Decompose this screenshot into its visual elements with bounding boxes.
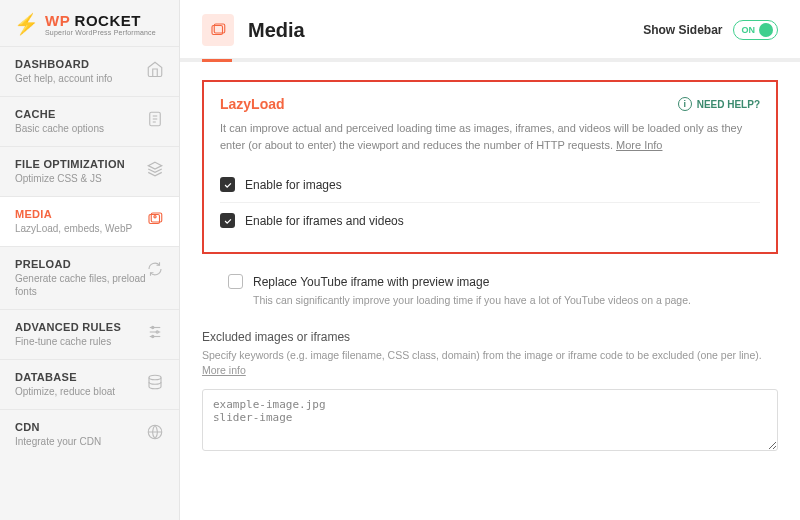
sidebar-item-database[interactable]: DATABASEOptimize, reduce bloat	[0, 359, 179, 409]
main: Media Show Sidebar ON LazyLoad i NEED HE…	[180, 0, 800, 520]
document-icon	[146, 110, 164, 128]
youtube-label: Replace YouTube iframe with preview imag…	[253, 275, 489, 289]
checkbox-icon[interactable]	[220, 177, 235, 192]
need-help-link[interactable]: i NEED HELP?	[678, 97, 760, 111]
checkbox-icon[interactable]	[220, 213, 235, 228]
layers-icon	[146, 160, 164, 178]
youtube-description: This can significantly improve your load…	[253, 293, 778, 308]
show-sidebar-label: Show Sidebar	[643, 23, 722, 37]
checkbox-icon[interactable]	[228, 274, 243, 289]
section-title: LazyLoad	[220, 96, 285, 112]
show-sidebar-toggle[interactable]: ON	[733, 20, 779, 40]
help-icon: i	[678, 97, 692, 111]
excluded-textarea[interactable]	[202, 389, 778, 451]
logo: ⚡ WP ROCKET Superior WordPress Performan…	[0, 0, 179, 46]
images-icon	[146, 210, 164, 228]
excluded-title: Excluded images or iframes	[202, 330, 778, 344]
refresh-icon	[146, 260, 164, 278]
sliders-icon	[146, 323, 164, 341]
more-info-link[interactable]: More Info	[616, 139, 662, 151]
sidebar: ⚡ WP ROCKET Superior WordPress Performan…	[0, 0, 180, 520]
sidebar-item-cache[interactable]: CACHEBasic cache options	[0, 96, 179, 146]
header: Media Show Sidebar ON	[180, 0, 800, 59]
globe-icon	[146, 423, 164, 441]
sidebar-item-media[interactable]: MEDIALazyLoad, embeds, WebP	[0, 196, 179, 246]
sidebar-item-cdn[interactable]: CDNIntegrate your CDN	[0, 409, 179, 459]
enable-images-option[interactable]: Enable for images	[220, 167, 760, 203]
media-icon	[202, 14, 234, 46]
excluded-description: Specify keywords (e.g. image filename, C…	[202, 348, 778, 380]
lazyload-section: LazyLoad i NEED HELP? It can improve act…	[202, 80, 778, 254]
sidebar-item-dashboard[interactable]: DASHBOARDGet help, account info	[0, 46, 179, 96]
excluded-section: Excluded images or iframes Specify keywo…	[202, 330, 778, 455]
logo-icon: ⚡	[14, 12, 39, 36]
nav: DASHBOARDGet help, account info CACHEBas…	[0, 46, 179, 520]
sidebar-item-file-optimization[interactable]: FILE OPTIMIZATIONOptimize CSS & JS	[0, 146, 179, 196]
enable-iframes-option[interactable]: Enable for iframes and videos	[220, 203, 760, 238]
sidebar-item-advanced-rules[interactable]: ADVANCED RULESFine-tune cache rules	[0, 309, 179, 359]
content: LazyLoad i NEED HELP? It can improve act…	[180, 62, 800, 520]
more-info-link[interactable]: More info	[202, 364, 246, 376]
section-description: It can improve actual and perceived load…	[220, 120, 760, 153]
youtube-option: Replace YouTube iframe with preview imag…	[228, 266, 778, 320]
svg-point-13	[149, 375, 161, 380]
database-icon	[146, 373, 164, 391]
sidebar-item-preload[interactable]: PRELOADGenerate cache files, preload fon…	[0, 246, 179, 309]
home-icon	[146, 60, 164, 78]
page-title: Media	[248, 19, 305, 42]
svg-point-6	[154, 216, 156, 218]
